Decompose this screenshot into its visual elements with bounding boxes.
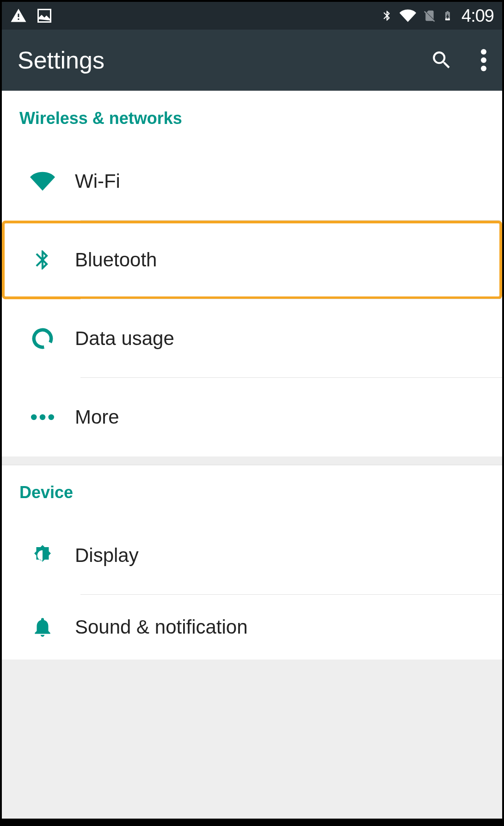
section-device: Device Display Sound & notification [2, 465, 502, 660]
svg-point-3 [481, 66, 486, 71]
no-sim-icon [423, 7, 436, 24]
display-brightness-icon [10, 543, 75, 568]
settings-row-label: More [75, 406, 119, 428]
settings-row-sound[interactable]: Sound & notification [2, 595, 502, 660]
svg-point-6 [40, 414, 46, 420]
settings-row-more[interactable]: More [2, 378, 502, 456]
settings-row-bluetooth[interactable]: Bluetooth [2, 221, 502, 299]
nav-bar-edge [2, 819, 502, 824]
more-horizontal-icon [10, 413, 75, 421]
bluetooth-status-icon [381, 7, 393, 24]
wifi-status-icon [399, 7, 417, 24]
settings-row-label: Bluetooth [75, 249, 157, 271]
battery-charging-icon [442, 7, 453, 24]
app-bar: Settings [2, 30, 502, 91]
settings-row-label: Sound & notification [75, 616, 248, 638]
settings-row-wifi[interactable]: Wi-Fi [2, 142, 502, 221]
section-wireless-networks: Wireless & networks Wi-Fi Bluetooth Data… [2, 91, 502, 456]
section-header-device: Device [2, 465, 502, 516]
svg-point-7 [49, 414, 55, 420]
settings-row-label: Display [75, 544, 139, 567]
wifi-icon [10, 169, 75, 194]
data-usage-icon [10, 327, 75, 350]
warning-icon [10, 7, 27, 24]
settings-content: Wireless & networks Wi-Fi Bluetooth Data… [2, 91, 502, 660]
svg-point-4 [32, 328, 52, 348]
search-button[interactable] [430, 49, 453, 72]
svg-point-2 [481, 57, 486, 63]
bluetooth-icon [10, 248, 75, 271]
overflow-menu-button[interactable] [481, 49, 486, 71]
svg-point-1 [481, 49, 486, 55]
bell-icon [10, 616, 75, 639]
status-bar: 4:09 [2, 2, 502, 30]
settings-row-label: Wi-Fi [75, 170, 120, 192]
page-title: Settings [18, 46, 104, 74]
settings-row-label: Data usage [75, 327, 174, 350]
status-time: 4:09 [461, 6, 494, 26]
image-icon [36, 7, 53, 24]
svg-point-5 [31, 414, 37, 420]
section-header-wireless: Wireless & networks [2, 91, 502, 142]
settings-row-data-usage[interactable]: Data usage [2, 299, 502, 378]
settings-row-display[interactable]: Display [2, 516, 502, 595]
